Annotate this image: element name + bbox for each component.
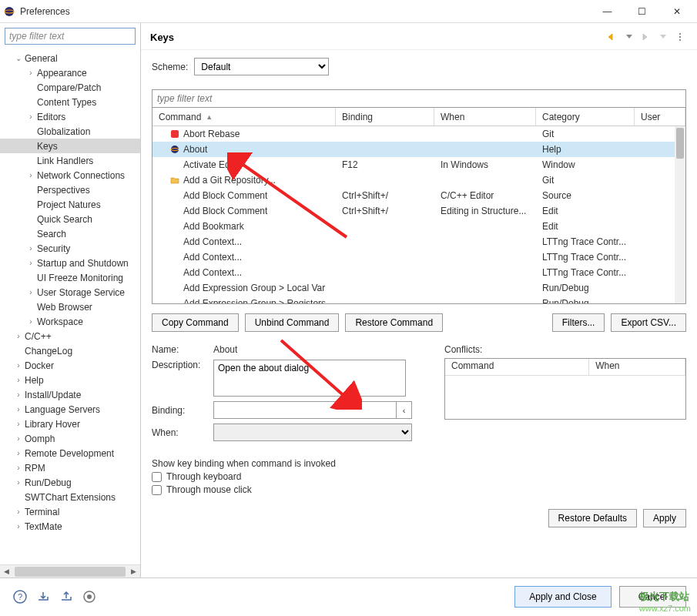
tree-item[interactable]: ·Quick Search bbox=[0, 212, 140, 226]
tree-item[interactable]: ›Language Servers bbox=[0, 402, 140, 417]
svg-point-0 bbox=[5, 7, 14, 16]
tree-item[interactable]: ›Security bbox=[0, 241, 140, 256]
sidebar-filter-input[interactable]: type filter text bbox=[5, 28, 136, 45]
tree-item[interactable]: ·Project Natures bbox=[0, 197, 140, 212]
tree-item[interactable]: ·Keys bbox=[0, 139, 140, 153]
sidebar-scrollbar[interactable]: ◀ ▶ bbox=[0, 564, 140, 578]
tree-item[interactable]: ›Network Connections bbox=[0, 168, 140, 182]
export-csv-button[interactable]: Export CSV... bbox=[611, 313, 686, 332]
tree-item[interactable]: ›Library Hover bbox=[0, 417, 140, 431]
export-icon[interactable] bbox=[57, 588, 75, 606]
tree-item[interactable]: ›User Storage Service bbox=[0, 285, 140, 300]
apply-and-close-button[interactable]: Apply and Close bbox=[514, 586, 611, 608]
apply-button[interactable]: Apply bbox=[643, 509, 686, 527]
filters-button[interactable]: Filters... bbox=[552, 313, 605, 332]
scheme-label: Scheme: bbox=[152, 62, 188, 72]
cancel-button[interactable]: Cancel bbox=[619, 586, 686, 608]
table-row[interactable]: Add BookmarkEdit bbox=[152, 219, 685, 234]
scroll-right-icon[interactable]: ▶ bbox=[127, 565, 140, 578]
description-label: Description: bbox=[152, 360, 213, 370]
column-when[interactable]: When bbox=[434, 108, 536, 126]
through-keyboard-checkbox[interactable] bbox=[152, 472, 162, 482]
tree-item[interactable]: ›Startup and Shutdown bbox=[0, 256, 140, 270]
table-row[interactable]: AboutHelp bbox=[152, 142, 685, 157]
scheme-select[interactable]: Default bbox=[194, 58, 329, 75]
tree-item[interactable]: ›Run/Debug bbox=[0, 475, 140, 490]
minimize-button[interactable]: — bbox=[590, 0, 625, 23]
keys-table: Command▲ Binding When Category User Abor… bbox=[152, 108, 686, 304]
name-value: About bbox=[213, 344, 414, 355]
table-row[interactable]: Add Block CommentCtrl+Shift+/Editing in … bbox=[152, 203, 685, 219]
when-label: When: bbox=[152, 427, 213, 438]
unbind-command-button[interactable]: Unbind Command bbox=[245, 313, 340, 332]
restore-command-button[interactable]: Restore Command bbox=[345, 313, 443, 332]
tree-item[interactable]: ·ChangeLog bbox=[0, 343, 140, 358]
table-row[interactable]: Add Context...LTTng Trace Contr... bbox=[152, 249, 685, 265]
tree-item[interactable]: ›Editors bbox=[0, 109, 140, 124]
page-title: Keys bbox=[150, 32, 603, 43]
table-scrollbar[interactable] bbox=[675, 126, 685, 303]
tree-item[interactable]: ·Perspectives bbox=[0, 182, 140, 197]
table-row[interactable]: Add Block CommentCtrl+Shift+/C/C++ Edito… bbox=[152, 188, 685, 203]
conflicts-column-when[interactable]: When bbox=[589, 359, 685, 375]
binding-input[interactable] bbox=[213, 401, 397, 419]
tree-item[interactable]: ›Remote Development bbox=[0, 446, 140, 460]
tree-item[interactable]: ·UI Freeze Monitoring bbox=[0, 270, 140, 285]
tree-item[interactable]: ›Install/Update bbox=[0, 387, 140, 402]
copy-command-button[interactable]: Copy Command bbox=[152, 313, 239, 332]
tree-item[interactable]: ›Oomph bbox=[0, 431, 140, 446]
table-row[interactable]: Add Context...LTTng Trace Contr... bbox=[152, 265, 685, 280]
tree-item[interactable]: ·Content Types bbox=[0, 95, 140, 109]
binding-clear-button[interactable]: ‹ bbox=[397, 401, 412, 419]
table-row[interactable]: Add Expression Group > RegistersRun/Debu… bbox=[152, 296, 685, 303]
tree-item[interactable]: ·Search bbox=[0, 226, 140, 241]
back-dropdown-icon[interactable] bbox=[622, 31, 637, 43]
tree-item[interactable]: ·Web Browser bbox=[0, 300, 140, 314]
table-row[interactable]: Add Context...LTTng Trace Contr... bbox=[152, 234, 685, 249]
forward-icon[interactable] bbox=[638, 31, 654, 43]
table-row[interactable]: Add Expression Group > Local VarRun/Debu… bbox=[152, 280, 685, 296]
scroll-left-icon[interactable]: ◀ bbox=[0, 565, 13, 578]
menu-icon[interactable] bbox=[672, 31, 688, 43]
close-button[interactable]: ✕ bbox=[659, 0, 694, 23]
maximize-button[interactable]: ☐ bbox=[625, 0, 659, 23]
tree-item[interactable]: ·SWTChart Extensions bbox=[0, 490, 140, 504]
tree-item[interactable]: ›Terminal bbox=[0, 504, 140, 519]
table-row[interactable]: Add a Git Repository...Git bbox=[152, 172, 685, 188]
through-mouse-checkbox[interactable] bbox=[152, 485, 162, 495]
restore-defaults-button[interactable]: Restore Defaults bbox=[548, 509, 637, 527]
scroll-thumb[interactable] bbox=[15, 567, 126, 577]
tree-item[interactable]: ›Workspace bbox=[0, 314, 140, 329]
column-command[interactable]: Command▲ bbox=[152, 108, 336, 126]
table-row[interactable]: Abort RebaseGit bbox=[152, 126, 685, 142]
preferences-tree[interactable]: ⌄General›Appearance·Compare/Patch·Conten… bbox=[0, 49, 140, 564]
table-filter-input[interactable] bbox=[152, 89, 686, 108]
conflicts-column-command[interactable]: Command bbox=[445, 359, 589, 375]
column-user[interactable]: User bbox=[635, 108, 685, 126]
tree-item[interactable]: ›C/C++ bbox=[0, 329, 140, 343]
tree-item[interactable]: ·Compare/Patch bbox=[0, 80, 140, 95]
tree-item[interactable]: ›Docker bbox=[0, 358, 140, 373]
tree-item[interactable]: ·Globalization bbox=[0, 124, 140, 139]
tree-item[interactable]: ⌄General bbox=[0, 51, 140, 65]
table-row[interactable]: Activate EditorF12In WindowsWindow bbox=[152, 157, 685, 172]
column-binding[interactable]: Binding bbox=[336, 108, 434, 126]
through-mouse-label: Through mouse click bbox=[166, 484, 252, 495]
table-body[interactable]: Abort RebaseGitAboutHelpActivate EditorF… bbox=[152, 126, 685, 303]
conflicts-label: Conflicts: bbox=[444, 344, 686, 355]
tree-item[interactable]: ·Link Handlers bbox=[0, 153, 140, 168]
back-icon[interactable] bbox=[605, 31, 620, 43]
forward-dropdown-icon[interactable] bbox=[655, 31, 671, 43]
when-select[interactable] bbox=[213, 424, 412, 441]
column-category[interactable]: Category bbox=[536, 108, 635, 126]
description-field[interactable] bbox=[213, 360, 406, 397]
tree-item[interactable]: ›Help bbox=[0, 373, 140, 387]
svg-text:?: ? bbox=[18, 592, 22, 601]
help-icon[interactable]: ? bbox=[11, 588, 29, 606]
window-title: Preferences bbox=[20, 6, 590, 17]
tree-item[interactable]: ›TextMate bbox=[0, 519, 140, 534]
tree-item[interactable]: ›RPM bbox=[0, 460, 140, 475]
record-icon[interactable] bbox=[80, 588, 99, 606]
tree-item[interactable]: ›Appearance bbox=[0, 65, 140, 80]
import-icon[interactable] bbox=[34, 588, 52, 606]
